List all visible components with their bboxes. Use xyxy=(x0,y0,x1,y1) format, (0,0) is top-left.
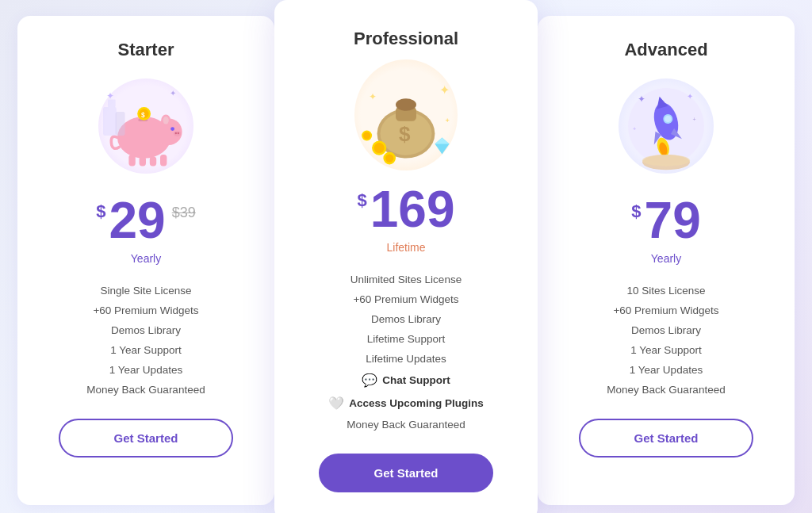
svg-text:✦: ✦ xyxy=(439,83,450,97)
svg-point-6 xyxy=(163,117,169,124)
svg-point-9 xyxy=(175,132,177,134)
svg-text:+: + xyxy=(633,125,636,132)
professional-cta-button[interactable]: Get Started xyxy=(319,454,493,492)
advanced-period: Yearly xyxy=(560,252,772,265)
feature-lifetime-updates: Lifetime Updates xyxy=(300,349,512,369)
feature-updates: 1 Year Updates xyxy=(40,360,252,380)
professional-price-block: $ 169 xyxy=(300,184,512,235)
feature-money-back-pro: Money Back Guaranteed xyxy=(300,415,512,435)
feature-demos-pro: Demos Library xyxy=(300,309,512,329)
advanced-features: 10 Sites License +60 Premium Widgets Dem… xyxy=(560,281,772,400)
svg-point-8 xyxy=(174,131,182,136)
feature-widgets: +60 Premium Widgets xyxy=(40,301,252,320)
svg-rect-17 xyxy=(150,156,156,166)
svg-point-10 xyxy=(178,132,179,134)
svg-rect-20 xyxy=(108,99,116,107)
feature-demos: Demos Library xyxy=(40,320,252,340)
advanced-price: 79 xyxy=(645,195,701,246)
chat-support-label: Chat Support xyxy=(382,374,450,386)
svg-point-52 xyxy=(642,155,690,166)
professional-illustration: $ ✦ ✦ + xyxy=(354,63,458,167)
advanced-plan-name: Advanced xyxy=(560,40,772,60)
feature-widgets-pro: +60 Premium Widgets xyxy=(300,289,512,309)
feature-support-adv: 1 Year Support xyxy=(560,340,772,360)
svg-text:$: $ xyxy=(399,122,411,146)
svg-rect-16 xyxy=(140,156,146,166)
starter-plan-name: Starter xyxy=(40,40,252,60)
feature-10-sites: 10 Sites License xyxy=(560,281,772,301)
feature-demos-adv: Demos Library xyxy=(560,320,772,340)
svg-point-30 xyxy=(385,154,393,162)
starter-illustration: ✦ ✦ + xyxy=(94,75,197,178)
advanced-dollar: $ xyxy=(631,201,641,222)
feature-updates-adv: 1 Year Updates xyxy=(560,360,772,380)
starter-old-price: $39 xyxy=(172,205,196,221)
professional-card: Professional $ xyxy=(274,0,538,513)
professional-dollar: $ xyxy=(357,190,366,211)
starter-features: Single Site License +60 Premium Widgets … xyxy=(40,281,252,400)
feature-upcoming-plugins: 🤍 Access Upcoming Plugins xyxy=(300,392,512,415)
advanced-cta-button[interactable]: Get Started xyxy=(579,419,753,457)
svg-rect-19 xyxy=(103,107,117,136)
starter-cta-button[interactable]: Get Started xyxy=(59,419,233,457)
starter-dollar: $ xyxy=(96,201,105,222)
advanced-card: Advanced ✦ ✦ + + xyxy=(538,16,795,505)
heart-icon: 🤍 xyxy=(328,396,344,411)
feature-support: 1 Year Support xyxy=(40,340,252,360)
svg-point-7 xyxy=(170,127,174,131)
svg-text:✦: ✦ xyxy=(170,89,176,98)
feature-single-site: Single Site License xyxy=(40,281,252,301)
upcoming-plugins-label: Access Upcoming Plugins xyxy=(349,397,484,409)
professional-period: Lifetime xyxy=(300,241,512,254)
svg-rect-18 xyxy=(160,155,167,166)
svg-text:+: + xyxy=(445,117,449,124)
svg-marker-34 xyxy=(435,138,449,144)
svg-text:✦: ✦ xyxy=(687,92,693,101)
pricing-section: Starter ✦ ✦ + xyxy=(17,16,795,505)
svg-text:✦: ✦ xyxy=(638,94,645,105)
svg-point-28 xyxy=(374,143,385,153)
svg-point-32 xyxy=(363,132,370,139)
svg-rect-15 xyxy=(128,155,135,166)
feature-widgets-adv: +60 Premium Widgets xyxy=(560,301,772,320)
feature-lifetime-support: Lifetime Support xyxy=(300,329,512,349)
starter-price: 29 xyxy=(109,195,166,246)
svg-text:✦: ✦ xyxy=(369,91,377,101)
starter-period: Yearly xyxy=(40,252,252,265)
advanced-price-block: $ 79 xyxy=(560,195,772,246)
chat-icon: 💬 xyxy=(362,373,377,388)
feature-unlimited-sites: Unlimited Sites License xyxy=(300,270,512,289)
feature-money-back: Money Back Guaranteed xyxy=(40,380,252,400)
svg-point-25 xyxy=(396,98,416,111)
starter-card: Starter ✦ ✦ + xyxy=(17,16,274,505)
starter-price-block: $ 29 $39 xyxy=(40,195,252,246)
professional-price: 169 xyxy=(370,184,455,235)
feature-money-back-adv: Money Back Guaranteed xyxy=(560,380,772,400)
svg-text:$: $ xyxy=(141,111,145,119)
professional-features: Unlimited Sites License +60 Premium Widg… xyxy=(300,270,512,435)
svg-text:+: + xyxy=(693,116,696,123)
feature-chat-support: 💬 Chat Support xyxy=(300,369,512,392)
professional-plan-name: Professional xyxy=(300,29,512,49)
advanced-illustration: ✦ ✦ + + xyxy=(615,75,718,178)
svg-rect-21 xyxy=(116,112,125,136)
